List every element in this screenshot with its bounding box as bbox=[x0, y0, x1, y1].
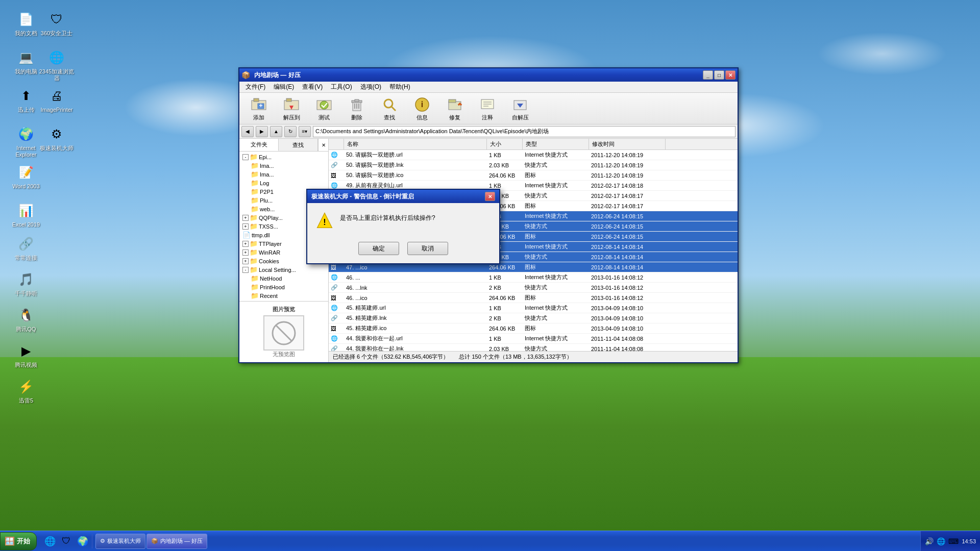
desktop-icon-liangjie[interactable]: 🔗 常常连接 bbox=[8, 235, 44, 261]
svg-text:!: ! bbox=[323, 217, 326, 227]
expander-icon[interactable]: + bbox=[242, 249, 249, 256]
minimize-button[interactable]: _ bbox=[703, 70, 713, 80]
alert-titlebar[interactable]: 极速装机大师 - 警告信息 - 倒计时重启 ✕ bbox=[307, 190, 499, 203]
expander-icon[interactable]: + bbox=[242, 241, 249, 247]
expander-icon[interactable]: - bbox=[242, 267, 249, 273]
desktop-icon-qianting[interactable]: 🎵 千千静听 bbox=[8, 270, 44, 297]
tool-add[interactable]: + 添加 bbox=[243, 93, 274, 124]
expander-icon[interactable]: + bbox=[242, 223, 249, 230]
tree-item[interactable]: - 📁 Epi... bbox=[240, 153, 327, 161]
tool-delete[interactable]: 删除 bbox=[341, 93, 372, 124]
file-row[interactable]: 🌐 46. ... 1 KB Internet 快捷方式 2013-01-16 … bbox=[329, 272, 738, 283]
tree-item[interactable]: 📁 Log bbox=[240, 179, 327, 187]
svg-rect-1 bbox=[254, 98, 259, 102]
tray-keyboard-icon[interactable]: ⌨ bbox=[948, 537, 959, 545]
tab-folder[interactable]: 文件夹 bbox=[239, 139, 279, 151]
expander-icon[interactable]: + bbox=[242, 215, 249, 221]
desktop-icon-imageprinter[interactable]: 🖨 ImagePrinter bbox=[39, 87, 75, 113]
col-type[interactable]: 类型 bbox=[523, 139, 589, 149]
refresh-button[interactable]: ↻ bbox=[284, 126, 297, 137]
maximize-button[interactable]: □ bbox=[714, 70, 724, 80]
address-input[interactable] bbox=[313, 126, 736, 137]
file-row[interactable]: 🔗 45. 精英建师.lnk 2 KB 快捷方式 2013-04-09 14:0… bbox=[329, 313, 738, 323]
file-row[interactable]: 🔗 46. ...lnk 2 KB 快捷方式 2013-01-16 14:08:… bbox=[329, 283, 738, 293]
file-row[interactable]: 🖼 45. 精英建师.ico 264.06 KB 图标 2013-04-09 1… bbox=[329, 323, 738, 334]
view-button[interactable]: ≡▾ bbox=[299, 126, 311, 137]
desktop-icon-360[interactable]: 🛡 360安全卫士 bbox=[39, 10, 75, 37]
forward-button[interactable]: ▶ bbox=[256, 126, 268, 137]
desktop-icon-xunlei[interactable]: ⚡ 迅雷5 bbox=[8, 378, 44, 404]
delete-label: 删除 bbox=[351, 114, 362, 121]
file-row[interactable]: 🌐 45. 精英建师.url 1 KB Internet 快捷方式 2013-0… bbox=[329, 303, 738, 313]
confirm-button[interactable]: 确定 bbox=[358, 242, 399, 255]
tree-label: Ima... bbox=[260, 163, 274, 169]
folder-icon: 📁 bbox=[251, 188, 259, 195]
tab-search[interactable]: 查找 bbox=[279, 139, 318, 151]
desktop-icon-2345[interactable]: 🌐 2345加速浏览器 bbox=[39, 48, 75, 82]
tool-repair[interactable]: 修复 bbox=[439, 93, 470, 124]
desktop-icon-qq[interactable]: 🐧 腾讯QQ bbox=[8, 306, 44, 333]
file-row[interactable]: 🔗 50. 请赐我一双翅膀.lnk 2.03 KB 快捷方式 2011-12-2… bbox=[329, 160, 738, 170]
tray-network-icon[interactable]: 🌐 bbox=[937, 537, 945, 545]
tree-label: Cookies bbox=[259, 258, 279, 264]
taskbar-item-jizhuang[interactable]: ⚙ 极速装机大师 bbox=[95, 534, 145, 549]
tree-item[interactable]: 📁 Ima... bbox=[240, 161, 327, 170]
tree-item[interactable]: 📁 Ima... bbox=[240, 170, 327, 179]
col-size[interactable]: 大小 bbox=[487, 139, 523, 149]
back-button[interactable]: ◀ bbox=[241, 126, 254, 137]
folder-icon: 📁 bbox=[251, 179, 259, 187]
close-button[interactable]: ✕ bbox=[725, 70, 736, 80]
col-modified[interactable]: 修改时间 bbox=[589, 139, 666, 149]
quicklaunch-2[interactable]: 🛡 bbox=[59, 534, 74, 548]
tool-find[interactable]: 查找 bbox=[374, 93, 405, 124]
quicklaunch-3[interactable]: 🌍 bbox=[76, 534, 90, 548]
status-total: 总计 150 个文件（13 MB，13,635,132字节） bbox=[459, 353, 572, 361]
taskbar-time: 14:53 bbox=[962, 538, 976, 544]
desktop-icon-jizhuang[interactable]: ⚙ 极速装机大师 bbox=[39, 125, 75, 152]
desktop-icon-txvideo[interactable]: ▶ 腾讯视频 bbox=[8, 342, 44, 368]
tool-comment[interactable]: 注释 bbox=[472, 93, 503, 124]
expander-icon[interactable]: + bbox=[242, 258, 249, 264]
taskbar-tray: 🔊 🌐 ⌨ 14:53 bbox=[920, 531, 980, 551]
menu-options[interactable]: 选项(O) bbox=[356, 82, 385, 92]
menu-edit[interactable]: 编辑(E) bbox=[270, 82, 298, 92]
file-row[interactable]: 🌐 50. 请赐我一双翅膀.url 1 KB Internet 快捷方式 201… bbox=[329, 150, 738, 160]
file-row[interactable]: 🖼 46. ...ico 264.06 KB 图标 2013-01-16 14:… bbox=[329, 293, 738, 303]
taskbar-winrar-label: 内地剧场 — 好压 bbox=[160, 537, 203, 545]
col-icon[interactable] bbox=[329, 139, 344, 149]
tree-item[interactable]: 📁 PrintHood bbox=[240, 283, 327, 291]
quicklaunch-ie[interactable]: 🌐 bbox=[43, 534, 57, 548]
file-row[interactable]: 🔗 44. 我要和你在一起.lnk 2.03 KB 快捷方式 2011-11-0… bbox=[329, 344, 738, 351]
tool-info[interactable]: i 信息 bbox=[407, 93, 437, 124]
alert-buttons: 确定 取消 bbox=[307, 238, 499, 263]
up-button[interactable]: ▲ bbox=[270, 126, 282, 137]
tree-item[interactable]: 📁 NetHood bbox=[240, 274, 327, 283]
menu-help[interactable]: 帮助(H) bbox=[385, 82, 414, 92]
desktop-icon-word[interactable]: 📝 Word 2003 bbox=[8, 163, 44, 190]
menu-view[interactable]: 查看(V) bbox=[298, 82, 327, 92]
tray-sound-icon[interactable]: 🔊 bbox=[925, 537, 934, 545]
desktop-icon-excel[interactable]: 📊 Excel 2019 bbox=[8, 202, 44, 228]
file-row[interactable]: 🌐 44. 我要和你在一起.url 1 KB Internet 快捷方式 201… bbox=[329, 334, 738, 344]
winrar-toolbar: + 添加 解压到 bbox=[239, 93, 738, 124]
cancel-button[interactable]: 取消 bbox=[407, 242, 448, 255]
start-button[interactable]: 🪟 开始 bbox=[0, 532, 37, 550]
winrar-titlebar[interactable]: 📦 内地剧场 — 好压 _ □ ✕ bbox=[239, 68, 738, 82]
test-icon bbox=[315, 95, 333, 114]
tool-selfextract[interactable]: 自解压 bbox=[505, 93, 535, 124]
upload-icon: ⬆ bbox=[17, 87, 35, 105]
tree-item[interactable]: - 📁 Local Setting... bbox=[240, 265, 327, 274]
close-panel-btn[interactable]: ✕ bbox=[318, 139, 328, 151]
tool-extract[interactable]: 解压到 bbox=[276, 93, 307, 124]
tree-item[interactable]: 📁 Recent bbox=[240, 291, 327, 300]
tool-test[interactable]: 测试 bbox=[309, 93, 339, 124]
tree-label: Epi... bbox=[259, 154, 272, 160]
expander-icon[interactable]: - bbox=[242, 154, 249, 160]
menu-file[interactable]: 文件(F) bbox=[241, 82, 270, 92]
file-row[interactable]: 🖼 50. 请赐我一双翅膀.ico 264.06 KB 图标 2011-12-2… bbox=[329, 170, 738, 181]
txvideo-icon: ▶ bbox=[17, 342, 35, 360]
taskbar-item-winrar[interactable]: 📦 内地剧场 — 好压 bbox=[146, 534, 207, 549]
alert-close-button[interactable]: ✕ bbox=[485, 192, 495, 201]
menu-tools[interactable]: 工具(O) bbox=[327, 82, 356, 92]
col-name[interactable]: 名称 bbox=[344, 139, 487, 149]
